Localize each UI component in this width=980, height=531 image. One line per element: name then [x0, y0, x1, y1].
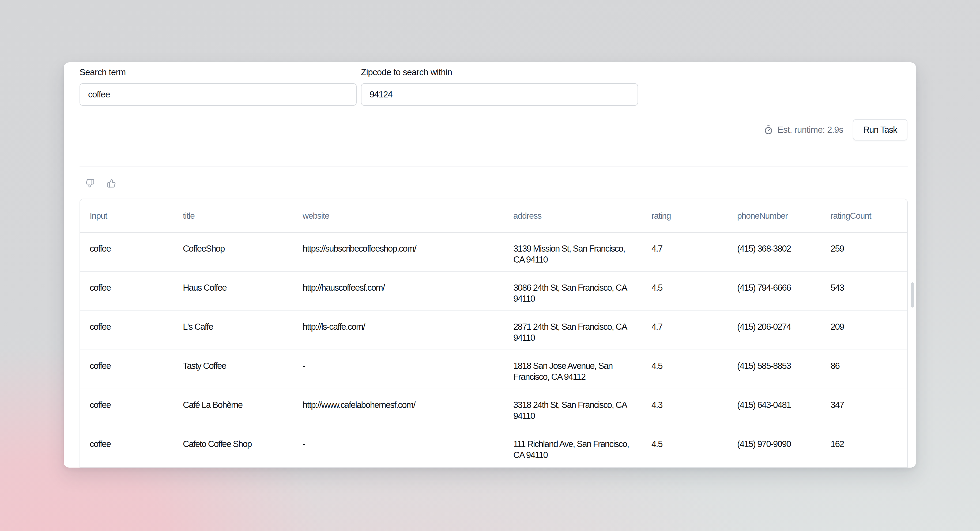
column-header-rating: rating [642, 199, 727, 232]
timer-icon [764, 125, 773, 135]
estimated-runtime-text: Est. runtime: 2.9s [778, 125, 843, 135]
cell: coffee [80, 232, 173, 272]
cell: Café La Bohème [173, 389, 293, 428]
column-header-ratingcount: ratingCount [821, 199, 907, 232]
column-header-title: title [173, 199, 293, 232]
estimated-runtime: Est. runtime: 2.9s [764, 125, 843, 135]
table-row: coffeeCoffeeShophttps://subscribecoffees… [80, 232, 907, 272]
results-table: InputtitlewebsiteaddressratingphoneNumbe… [80, 199, 907, 467]
search-term-input[interactable] [80, 83, 356, 106]
cell: CoffeeShop [173, 232, 293, 272]
cell: Tasty Coffee [173, 350, 293, 389]
cell: Haus Coffee [173, 272, 293, 311]
cell: 1818 San Jose Avenue, San Francisco, CA … [504, 350, 642, 389]
cell: 3086 24th St, San Francisco, CA 94110 [504, 272, 642, 311]
cell: 4.5 [642, 272, 727, 311]
cell: (415) 585-8853 [727, 350, 821, 389]
cell: 4.3 [642, 389, 727, 428]
cell: (415) 970-9090 [727, 428, 821, 467]
cell: 162 [821, 428, 907, 467]
cell: (415) 206-0274 [727, 311, 821, 350]
cell: 4.7 [642, 232, 727, 272]
cell: http://hauscoffeesf.com/ [293, 272, 504, 311]
scrollbar-thumb[interactable] [911, 282, 914, 307]
zipcode-input[interactable] [361, 83, 638, 106]
cell: 2871 24th St, San Francisco, CA 94110 [504, 311, 642, 350]
cell: coffee [80, 350, 173, 389]
table-row: coffeeTasty Coffee-1818 San Jose Avenue,… [80, 350, 907, 389]
table-row: coffeeHaus Coffeehttp://hauscoffeesf.com… [80, 272, 907, 311]
cell: 347 [821, 389, 907, 428]
thumbs-up-icon [107, 179, 116, 188]
cell: coffee [80, 428, 173, 467]
task-card: Search term Zipcode to search within Est… [64, 62, 916, 467]
cell: 3139 Mission St, San Francisco, CA 94110 [504, 232, 642, 272]
cell: 4.5 [642, 350, 727, 389]
table-row: coffeeCafé La Bohèmehttp://www.cafelaboh… [80, 389, 907, 428]
cell: 86 [821, 350, 907, 389]
table-row: coffeeCafeto Coffee Shop-111 Richland Av… [80, 428, 907, 467]
cell: 4.7 [642, 311, 727, 350]
cell: (415) 368-3802 [727, 232, 821, 272]
feedback-bar [84, 178, 118, 189]
cell: http://ls-caffe.com/ [293, 311, 504, 350]
cell: 259 [821, 232, 907, 272]
cell: https://subscribecoffeeshop.com/ [293, 232, 504, 272]
cell: http://www.cafelabohemesf.com/ [293, 389, 504, 428]
runtime-row: Est. runtime: 2.9s Run Task [764, 119, 907, 140]
results-table-container: InputtitlewebsiteaddressratingphoneNumbe… [80, 199, 908, 467]
cell: 4.5 [642, 428, 727, 467]
column-header-website: website [293, 199, 504, 232]
search-term-label: Search term [80, 67, 126, 77]
cell: 3318 24th St, San Francisco, CA 94110 [504, 389, 642, 428]
cell: coffee [80, 272, 173, 311]
cell: coffee [80, 389, 173, 428]
thumbs-down-button[interactable] [84, 178, 96, 189]
column-header-input: Input [80, 199, 173, 232]
table-row: coffeeL's Caffehttp://ls-caffe.com/2871 … [80, 311, 907, 350]
run-task-button[interactable]: Run Task [853, 119, 907, 140]
cell: 209 [821, 311, 907, 350]
column-header-phonenumber: phoneNumber [727, 199, 821, 232]
zipcode-label: Zipcode to search within [361, 67, 452, 77]
divider [80, 166, 908, 167]
cell: - [293, 428, 504, 467]
cell: L's Caffe [173, 311, 293, 350]
thumbs-up-button[interactable] [106, 178, 118, 189]
cell: coffee [80, 311, 173, 350]
app-background: { "form": { "search_label": "Search term… [0, 0, 980, 531]
cell: (415) 643-0481 [727, 389, 821, 428]
cell: Cafeto Coffee Shop [173, 428, 293, 467]
cell: 543 [821, 272, 907, 311]
cell: - [293, 350, 504, 389]
column-header-address: address [504, 199, 642, 232]
cell: 111 Richland Ave, San Francisco, CA 9411… [504, 428, 642, 467]
thumbs-down-icon [86, 179, 94, 188]
cell: (415) 794-6666 [727, 272, 821, 311]
